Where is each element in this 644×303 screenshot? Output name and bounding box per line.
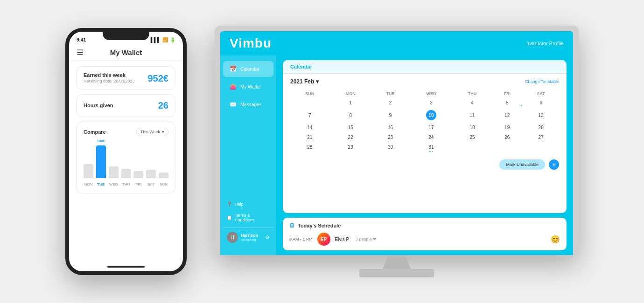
cal-cell-w4d3[interactable]: 31 [409,142,454,152]
schedule-card: 🗓 Today's Schedule 9 AM - 1 PM EP Elvis … [283,218,567,250]
add-event-btn[interactable]: + [549,159,559,170]
stand-neck [383,255,411,269]
cal-cell-w3d3[interactable]: 24 [409,132,454,142]
cal-cell-w0d3[interactable]: 3 [409,98,454,108]
calendar-month[interactable]: 2021 Feb ▾ [290,78,319,85]
cal-cell-w0d5[interactable]: 5 [491,98,523,108]
menu-icon[interactable]: ☰ [77,48,83,57]
cal-cell-w2d2[interactable]: 16 [372,123,409,132]
cal-cell-w1d0[interactable]: 7 [290,108,329,123]
cal-cell-w3d1[interactable]: 22 [329,132,372,142]
status-icons: ▌▌▌ 📶 🔋 [151,37,175,42]
user-row: H Harrison Instructor ⚙ [223,227,273,247]
cal-cell-w3d2[interactable]: 23 [372,132,409,142]
bar-col-fri: FRI [133,171,143,178]
instructor-profile-btn[interactable]: Instructor Profile [526,41,564,46]
schedule-header: 🗓 Today's Schedule [289,222,560,229]
schedule-instructor: Elvis P [335,237,350,242]
sidebar-item-calendar[interactable]: 📅 Calendar [223,61,273,77]
cal-cell-w2d1[interactable]: 15 [329,123,372,132]
cal-cell-w0d1[interactable]: 1 [329,98,372,108]
gear-icon[interactable]: ⚙ [265,234,270,241]
bar-col-wed: WED [109,166,119,178]
calendar-footer: Mark Unavailable + [283,157,567,172]
cal-cell-w1d6[interactable]: 13 [523,108,559,123]
col-wed: WED [409,90,454,98]
bar-label-mon: MON [84,182,93,186]
cal-cell-w3d4[interactable]: 25 [453,132,491,142]
cal-cell-w3d6[interactable]: 27 [523,132,559,142]
cal-cell-w4d0[interactable]: 28 [290,142,329,152]
main-content: Calendar 2021 Feb ▾ Change Timetable [276,55,573,255]
change-timetable-btn[interactable]: Change Timetable [525,79,559,84]
cal-cell-w1d4[interactable]: 11 [453,108,491,123]
sidebar-help[interactable]: ❓ Help [223,199,273,210]
cal-cell-w2d0[interactable]: 14 [290,123,329,132]
cal-cell-w4d2[interactable]: 30 [372,142,409,152]
compare-title: Compare [84,129,106,135]
hours-card: Hours given 26 [77,94,175,117]
cal-cell-w1d1[interactable]: 8 [329,108,372,123]
sidebar-terms[interactable]: 📋 Terms & Conditions [223,210,273,226]
sidebar-bottom: ❓ Help 📋 Terms & Conditions H Harrison I… [220,195,276,250]
cal-cell-w3d5[interactable]: 26 [491,132,523,142]
phone-frame: 9:41 ▌▌▌ 📶 🔋 ☰ My Wallet Earned this wee… [65,28,187,275]
col-sun: SUN [290,90,329,98]
schedule-item: 9 AM - 1 PM EP Elvis P 3 people ❤ 😊 [289,233,560,246]
bar-wed [109,166,119,178]
bar-mon [84,164,93,178]
cal-cell-w0d6[interactable]: 6 [523,98,559,108]
sidebar-item-wallet[interactable]: 👛 My Wallet [223,79,273,95]
bar-label-thu: THU [122,182,130,186]
bar-value-tue: 180€ [97,139,105,143]
messages-icon: ✉️ [230,101,237,108]
calendar-card: Calendar 2021 Feb ▾ Change Timetable [283,60,567,213]
schedule-time: 9 AM - 1 PM [289,237,313,241]
calendar-header: Calendar [283,60,567,74]
col-mon: MON [329,90,372,98]
wallet-icon: 👛 [230,83,237,90]
chat-icon[interactable]: 😊 [551,235,560,244]
cal-cell-w1d3[interactable]: 10 [409,108,454,123]
sidebar: 📅 Calendar 👛 My Wallet ✉️ Messages [220,55,276,255]
user-info: Harrison Instructor [241,233,262,242]
sidebar-item-label: My Wallet [240,84,261,90]
monitor-frame: Vimbu Instructor Profile 📅 Calendar 👛 My… [215,26,579,255]
cal-cell-w0d4[interactable]: 4 [453,98,491,108]
sidebar-item-messages[interactable]: ✉️ Messages [223,96,273,112]
phone-header: ☰ My Wallet [69,45,183,61]
today-indicator: 10 [426,110,436,120]
bar-sat [146,170,156,178]
bar-label-sat: SAT [147,182,154,186]
cal-cell-w2d6[interactable]: 20 [523,123,559,132]
cal-cell-w1d2[interactable]: 9 [372,108,409,123]
month-label: 2021 Feb [290,78,314,85]
wallet-title: My Wallet [110,48,142,56]
cal-cell-w3d0[interactable]: 21 [290,132,329,142]
cal-cell-w1d5[interactable]: 12 [491,108,523,123]
cal-cell-w0d0 [290,98,329,108]
col-sat: SAT [523,90,559,98]
compare-section: Compare This Week ▾ MON180€TUEWEDTHUFRIS… [77,122,175,193]
status-time: 9:41 [77,37,86,42]
cal-cell-w2d3[interactable]: 17 [409,123,454,132]
home-indicator [107,266,145,268]
calendar-section-title: Calendar [290,64,559,69]
cal-cell-w4d1[interactable]: 29 [329,142,372,152]
bar-col-mon: MON [84,164,93,178]
monitor-topbar: Vimbu Instructor Profile [220,31,573,55]
cal-cell-w2d4[interactable]: 18 [453,123,491,132]
mark-unavailable-btn[interactable]: Mark Unavailable [499,159,545,170]
hours-value: 26 [158,100,168,111]
avatar: H [227,232,238,243]
col-tue: TUE [372,90,409,98]
cal-cell-w0d2[interactable]: 2 [372,98,409,108]
bar-thu [121,169,131,178]
phone-content: Earned this week Receiving date: 20/03/2… [69,61,183,199]
sidebar-item-label: Messages [240,102,262,107]
bar-col-tue: 180€TUE [96,145,106,178]
sidebar-item-label: Calendar [240,67,259,72]
bar-col-sun: SUN [159,172,168,178]
compare-dropdown[interactable]: This Week ▾ [136,128,168,136]
cal-cell-w2d5[interactable]: 19 [491,123,523,132]
